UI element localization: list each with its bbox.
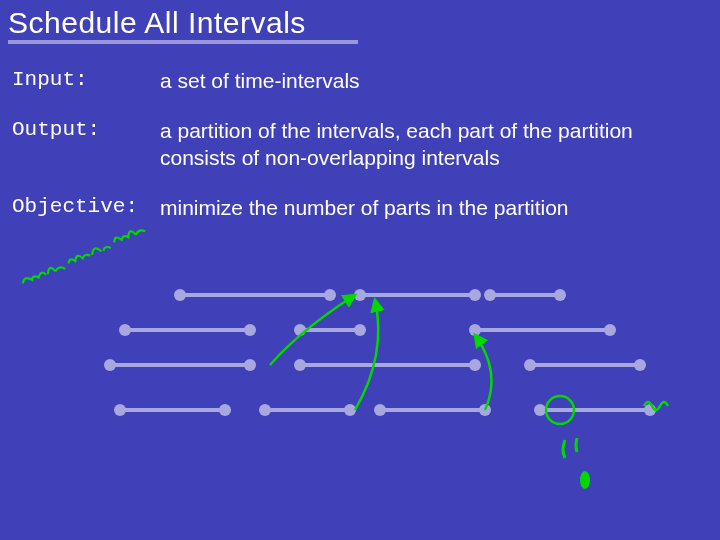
handwriting-annotation — [10, 215, 160, 285]
interval-endpoint — [354, 289, 366, 301]
interval-endpoint — [259, 404, 271, 416]
interval-endpoint — [244, 359, 256, 371]
interval-endpoint — [469, 359, 481, 371]
annotation-arrow — [355, 300, 378, 410]
interval-endpoint — [104, 359, 116, 371]
annotation-mark — [576, 438, 577, 452]
interval-endpoint — [469, 289, 481, 301]
interval-endpoint — [374, 404, 386, 416]
annotation-arrow — [475, 335, 492, 410]
definition-input: Input: a set of time-intervals — [12, 68, 700, 94]
interval-endpoint — [469, 324, 481, 336]
definition-value: minimize the number of parts in the part… — [160, 195, 700, 221]
definition-label: Input: — [12, 68, 160, 94]
definition-value: a set of time-intervals — [160, 68, 700, 94]
interval-endpoint — [114, 404, 126, 416]
definition-value: a partition of the intervals, each part … — [160, 118, 700, 171]
interval-endpoint — [219, 404, 231, 416]
interval-endpoint — [244, 324, 256, 336]
interval-endpoint — [344, 404, 356, 416]
definition-output: Output: a partition of the intervals, ea… — [12, 118, 700, 171]
intervals-diagram — [0, 260, 720, 540]
interval-endpoint — [604, 324, 616, 336]
interval-endpoint — [294, 359, 306, 371]
interval-endpoint — [634, 359, 646, 371]
annotation-mark — [563, 440, 565, 458]
interval-endpoint — [174, 289, 186, 301]
interval-endpoint — [324, 289, 336, 301]
slide-title-block: Schedule All Intervals — [8, 6, 358, 44]
interval-endpoint — [534, 404, 546, 416]
interval-endpoint — [524, 359, 536, 371]
interval-endpoint — [119, 324, 131, 336]
interval-endpoint — [484, 289, 496, 301]
definition-label: Output: — [12, 118, 160, 171]
title-underline — [8, 40, 358, 44]
slide-title: Schedule All Intervals — [8, 6, 358, 40]
interval-endpoint — [554, 289, 566, 301]
annotation-blob — [580, 471, 590, 489]
interval-endpoint — [354, 324, 366, 336]
